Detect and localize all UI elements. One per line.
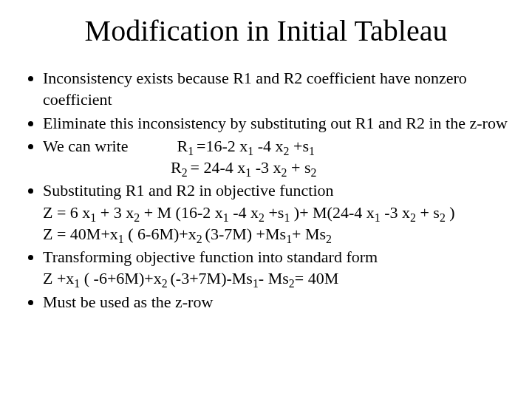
eq-r1: R1 =16-2 x1 -4 x2 +s1	[177, 137, 315, 155]
bullet-5: Transforming objective function into sta…	[43, 246, 510, 290]
bullet-4: Substituting R1 and R2 in objective func…	[43, 180, 510, 245]
eq-z-standard: Z +x1 ( -6+6M)+x2 (-3+7M)-Ms1- Ms2= 40M	[43, 267, 510, 289]
slide: Modification in Initial Tableau Inconsis…	[0, 0, 532, 399]
bullet-4-lead: Substituting R1 and R2 in objective func…	[43, 181, 334, 200]
eq-z-simplified: Z = 40M+x1 ( 6-6M)+x2 (3-7M) +Ms1+ Ms2	[43, 223, 510, 245]
bullet-2-text: Eliminate this inconsistency by substitu…	[43, 114, 508, 132]
bullet-6-text: Must be used as the z-row	[43, 293, 213, 311]
eq-z-expanded: Z = 6 x1 + 3 x2 + M (16-2 x1 -4 x2 +s1 )…	[43, 202, 510, 223]
bullet-1: Inconsistency exists because R1 and R2 c…	[43, 67, 510, 111]
slide-title: Modification in Initial Tableau	[22, 13, 510, 48]
eq-r2: R2 = 24-4 x1 -3 x2 + s2	[43, 157, 510, 178]
bullet-3: We can write R1 =16-2 x1 -4 x2 +s1 R2 = …	[43, 135, 510, 179]
bullet-6: Must be used as the z-row	[43, 291, 510, 313]
bullet-3-lead: We can write	[43, 137, 129, 155]
bullet-2: Eliminate this inconsistency by substitu…	[43, 112, 510, 134]
bullet-1-text: Inconsistency exists because R1 and R2 c…	[43, 69, 467, 109]
bullet-5-lead: Transforming objective function into sta…	[43, 248, 378, 266]
bullet-list: Inconsistency exists because R1 and R2 c…	[22, 67, 510, 313]
